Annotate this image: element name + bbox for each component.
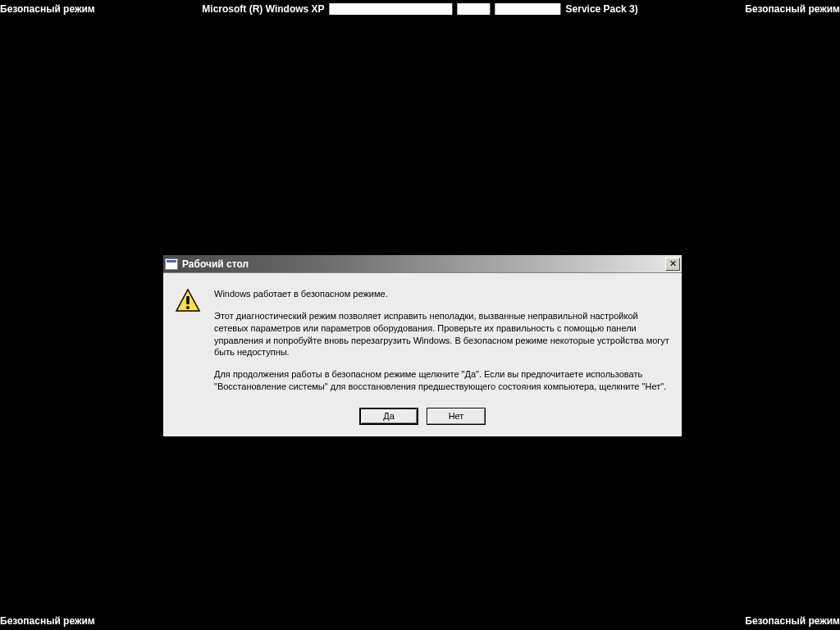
os-version-suffix: Service Pack 3) (566, 3, 638, 15)
safe-mode-label-bottom-right: Безопасный режим (745, 615, 840, 627)
safe-mode-dialog: Рабочий стол ✕ Windows работает в безопа… (162, 254, 682, 437)
safe-mode-label-top-left: Безопасный режим (0, 3, 95, 15)
dialog-body: Windows работает в безопасном режиме. Эт… (163, 273, 682, 404)
dialog-message: Windows работает в безопасном режиме. Эт… (214, 288, 670, 393)
warning-icon (175, 288, 201, 314)
safe-mode-label-bottom-left: Безопасный режим (0, 615, 95, 627)
dialog-title: Рабочий стол (182, 258, 665, 270)
svg-rect-1 (186, 296, 189, 304)
close-button[interactable]: ✕ (665, 258, 680, 271)
redacted-text (458, 3, 491, 15)
dialog-titlebar[interactable]: Рабочий стол ✕ (163, 255, 682, 273)
redacted-text (495, 3, 561, 15)
dialog-paragraph-2: Этот диагностический режим позволяет исп… (214, 310, 670, 358)
safe-mode-label-top-right: Безопасный режим (745, 3, 840, 15)
os-version-prefix: Microsoft (R) Windows XP (202, 3, 324, 15)
redacted-text (330, 3, 453, 15)
os-version-header: Microsoft (R) Windows XP Service Pack 3) (202, 3, 637, 15)
no-button[interactable]: Нет (427, 408, 486, 425)
dialog-paragraph-3: Для продолжения работы в безопасном режи… (214, 368, 670, 393)
dialog-button-row: Да Нет (163, 404, 682, 436)
yes-button[interactable]: Да (359, 408, 418, 425)
close-icon: ✕ (669, 258, 677, 268)
svg-point-2 (186, 306, 189, 309)
dialog-paragraph-1: Windows работает в безопасном режиме. (214, 288, 670, 300)
window-icon (165, 258, 178, 270)
